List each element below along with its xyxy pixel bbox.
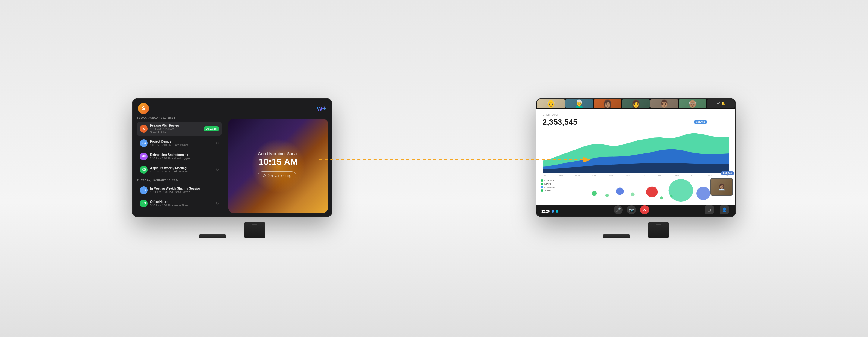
legend-container: FLORIDA MIAMI CHICAGO (541, 179, 555, 193)
participant-thumb-4: 👩 (622, 99, 650, 108)
meeting-info-2: Project Demos 1:00 PM - 2:00 PM · Sofia … (150, 140, 213, 147)
meeting-time-4: 3:30 PM - 4:30 PM · Kristin Stone (150, 170, 213, 173)
end-icon: ✕ (640, 205, 649, 214)
legend-label-miami: MIAMI (544, 183, 551, 185)
right-screen-content: 👴 👨‍🦳 👩🏽 👩 👨🏽 👴🏽 (536, 99, 735, 216)
right-tv-screen: 👴 👨‍🦳 👩🏽 👩 👨🏽 👴🏽 (536, 99, 735, 216)
meeting-title-3: Rebranding Brainstorming (150, 153, 219, 156)
meeting-info-1: Feature Plan Review 10:20 AM - 11:20 AM … (150, 124, 201, 134)
meeting-time-indicator: 12:20 (541, 210, 558, 213)
mute-label: Mute (615, 215, 621, 216)
left-screen-body: TODAY, JANUARY 15, 2024 S Feature Plan R… (133, 116, 332, 216)
meeting-info-3: Rebranding Brainstorming 2:30 PM - 3:00 … (150, 153, 219, 160)
participant-thumb-5: 👨🏽 (650, 99, 678, 108)
left-screen-header: S w+ (133, 99, 332, 116)
meeting-item-office-hours[interactable]: KS Office Hours 3:30 PM - 4:30 PM · Kris… (137, 197, 222, 210)
sync-icon-4: ↻ (216, 167, 219, 172)
legend-label-austin: Austin (544, 189, 551, 192)
svg-point-7 (669, 179, 693, 201)
legend-label-chicago: CHICAGO (544, 186, 555, 189)
chart-tooltip-2: 284,745 (721, 171, 734, 175)
meeting-time-5: 12:30 PM - 1:30 PM · Sofia Gomez (150, 190, 219, 193)
legend-chicago: CHICAGO (541, 186, 555, 189)
layout-button[interactable]: ⊞ Layout (705, 205, 714, 216)
meeting-avatar-1: S (140, 125, 148, 133)
svg-point-3 (606, 194, 609, 197)
meeting-time-6: 3:30 PM - 4:30 PM · Kristin Stone (150, 204, 213, 207)
meeting-info-5: In Meeting Weekly Sharing Session 12:30 … (150, 187, 219, 193)
left-iphone-device (244, 222, 265, 239)
svg-point-4 (616, 187, 624, 195)
left-tv-screen: S w+ TODAY, JANUARY 15, 2024 S Feature P… (133, 99, 332, 216)
end-button[interactable]: ✕ End (640, 205, 649, 216)
meeting-info-4: Apple TV Weekly Meeting 3:30 PM - 4:30 P… (150, 166, 213, 173)
right-iphone-device (648, 222, 669, 239)
right-appletv-box (603, 234, 630, 239)
legend-miami: MIAMI (541, 183, 555, 185)
end-label: End (643, 215, 647, 216)
chart-tooltip-1: 285,452 (694, 120, 707, 124)
meeting-item-project-demos[interactable]: SG Project Demos 1:00 PM - 2:00 PM · Sof… (137, 137, 222, 149)
svg-point-8 (696, 187, 710, 200)
bottom-control-bar: 12:20 🎤 Mute 📷 Camera (536, 205, 735, 216)
meeting-item-weekly-sharing[interactable]: SG In Meeting Weekly Sharing Session 12:… (137, 184, 222, 196)
bubble-area: FLORIDA MIAMI CHICAGO (536, 177, 735, 205)
sync-icon-6: ↻ (216, 201, 219, 206)
camera-button[interactable]: 📷 Camera (627, 205, 636, 216)
bubble-chart (536, 177, 735, 205)
today-date-header: TODAY, JANUARY 15, 2024 (137, 116, 222, 119)
legend-dot-florida (541, 179, 543, 182)
participant-thumb-1: 👴 (537, 99, 565, 108)
meeting-title-5: In Meeting Weekly Sharing Session (150, 187, 219, 190)
chart-label: SPLIT OPS (542, 113, 730, 116)
meeting-info-6: Office Hours 3:30 PM - 4:30 PM · Kristin… (150, 200, 213, 207)
meeting-time-3: 2:30 PM - 3:00 PM · Murad Higgins (150, 157, 219, 160)
meeting-avatar-2: SG (140, 139, 148, 147)
join-meeting-label: Join a meeting (268, 174, 291, 178)
layout-icon: ⊞ (705, 205, 714, 214)
meeting-title-2: Project Demos (150, 140, 213, 143)
main-content-area: SPLIT OPS 2,353,545 (536, 109, 735, 205)
participants-button[interactable]: 👤 Participants (718, 205, 731, 216)
meeting-host-1: Sonali Pritchard (150, 131, 201, 134)
overflow-count: +4 🔔 (717, 102, 725, 105)
meeting-item-feature-plan[interactable]: S Feature Plan Review 10:20 AM - 11:20 A… (137, 122, 222, 136)
user-avatar: S (138, 103, 149, 114)
arrow-line (0, 0, 868, 337)
participant-thumb-2: 👨‍🦳 (565, 99, 593, 108)
right-tv-base (603, 222, 669, 239)
svg-point-2 (592, 191, 597, 196)
legend-dot-chicago (541, 186, 543, 188)
join-meeting-button[interactable]: ⬡ Join a meeting (258, 171, 296, 180)
participants-label: Participants (718, 215, 731, 216)
mute-button[interactable]: 🎤 Mute (614, 205, 623, 216)
left-tv-container: S w+ TODAY, JANUARY 15, 2024 S Feature P… (133, 99, 332, 239)
svg-point-10 (670, 195, 673, 197)
legend-dot-miami (541, 183, 543, 185)
scene: S w+ TODAY, JANUARY 15, 2024 S Feature P… (0, 0, 868, 337)
participant-thumb-6: 👴🏽 (679, 99, 707, 108)
meeting-item-rebranding[interactable]: MH Rebranding Brainstorming 2:30 PM - 3:… (137, 150, 222, 162)
left-screen-content: S w+ TODAY, JANUARY 15, 2024 S Feature P… (133, 99, 332, 216)
participants-icon: 👤 (720, 205, 729, 214)
svg-point-9 (660, 196, 663, 199)
left-tv-base (199, 222, 265, 239)
meeting-avatar-3: MH (140, 153, 148, 160)
meeting-item-appletv[interactable]: KS Apple TV Weekly Meeting 3:30 PM - 4:3… (137, 164, 222, 176)
svg-point-6 (646, 186, 658, 197)
participant-thumb-3: 👩🏽 (594, 99, 621, 108)
time-display: 10:15 AM (258, 157, 299, 167)
welcome-text: Good Morning, Sonali 10:15 AM ⬡ Join a m… (258, 151, 299, 180)
layout-label: Layout (706, 215, 713, 216)
status-dot-teal (556, 210, 558, 213)
meeting-avatar-5: SG (140, 186, 148, 194)
meeting-badge-1: 00:02:56 (204, 126, 219, 131)
meeting-avatar-4: KS (140, 166, 148, 174)
meeting-title-6: Office Hours (150, 200, 213, 204)
self-video-thumbnail: 👩🏽‍💼 (710, 178, 733, 196)
welcome-panel: Good Morning, Sonali 10:15 AM ⬡ Join a m… (228, 119, 328, 213)
join-icon: ⬡ (263, 174, 266, 178)
meeting-title-1: Feature Plan Review (150, 124, 201, 127)
calendar-panel: TODAY, JANUARY 15, 2024 S Feature Plan R… (133, 116, 226, 216)
left-appletv-box (199, 234, 226, 239)
